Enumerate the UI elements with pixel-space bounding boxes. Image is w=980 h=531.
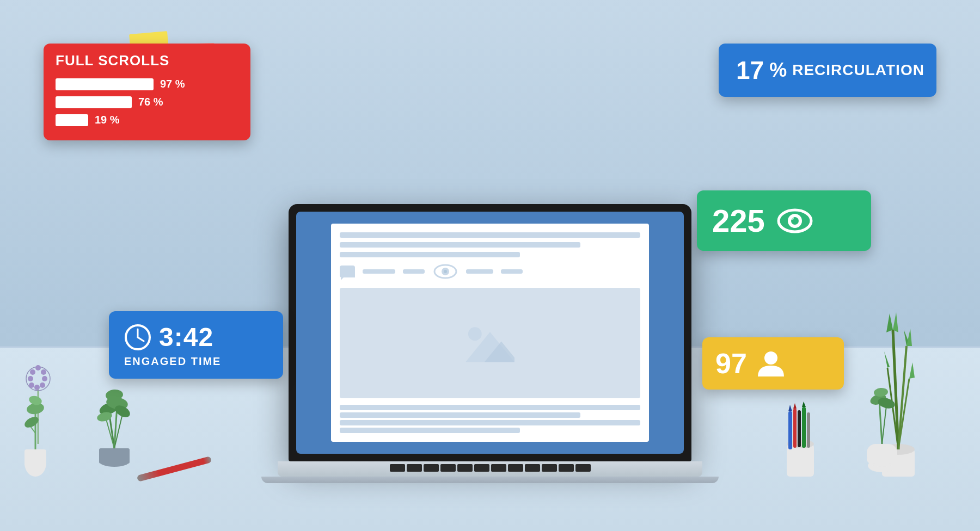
mockup-line-4 — [340, 405, 640, 410]
svg-rect-18 — [99, 448, 130, 464]
bar-label-1: 97 % — [160, 78, 185, 90]
svg-rect-52 — [807, 412, 810, 448]
engaged-time-card: 3:42 ENGAGED TIME — [109, 311, 283, 379]
svg-line-60 — [882, 406, 886, 444]
users-count: 97 — [715, 347, 747, 380]
scrolls-title: FULL SCROLLS — [56, 52, 238, 69]
svg-point-70 — [791, 217, 794, 220]
key — [525, 464, 540, 472]
svg-marker-55 — [802, 402, 806, 407]
svg-rect-58 — [867, 444, 897, 464]
key — [575, 464, 591, 472]
svg-rect-51 — [802, 407, 806, 448]
svg-marker-43 — [906, 329, 912, 346]
svg-rect-48 — [788, 411, 792, 449]
engaged-time-label: ENGAGED TIME — [124, 355, 268, 368]
laptop-display — [296, 212, 684, 454]
svg-marker-40 — [886, 313, 893, 332]
recirc-percent: 17 — [736, 55, 764, 85]
users-card: 97 — [702, 337, 844, 390]
key — [559, 464, 574, 472]
svg-marker-44 — [884, 351, 890, 368]
svg-marker-45 — [909, 362, 915, 379]
bar-label-3: 19 % — [95, 114, 120, 126]
svg-marker-41 — [893, 312, 898, 332]
mockup-line-7 — [340, 428, 520, 433]
eye-icon — [776, 208, 814, 234]
laptop-base — [278, 461, 702, 477]
svg-point-30 — [444, 270, 447, 273]
views-count: 225 — [712, 202, 765, 239]
views-card: 225 — [697, 190, 871, 251]
mockup-text-block — [340, 405, 640, 433]
recirc-label: RECIRCULATION — [792, 61, 924, 79]
svg-rect-11 — [24, 449, 46, 466]
bar-label-2: 76 % — [138, 96, 163, 108]
full-scrolls-card: FULL SCROLLS 97 % 76 % 19 % — [44, 44, 250, 140]
bar-track-3 — [56, 114, 88, 126]
mockup-eye — [432, 264, 458, 279]
key — [491, 464, 506, 472]
svg-rect-50 — [798, 410, 801, 447]
svg-point-71 — [764, 351, 777, 365]
key — [542, 464, 557, 472]
laptop-screen — [289, 204, 691, 461]
svg-point-3 — [35, 365, 41, 371]
key — [508, 464, 523, 472]
person-icon — [757, 349, 785, 378]
key — [474, 464, 489, 472]
bar-row-1: 97 % — [56, 78, 238, 90]
laptop — [267, 204, 713, 477]
svg-line-66 — [138, 337, 144, 341]
svg-line-59 — [879, 400, 882, 444]
svg-rect-49 — [793, 409, 797, 448]
bar-track-1 — [56, 78, 154, 90]
vase-right — [860, 379, 904, 477]
key — [407, 464, 422, 472]
bar-row-3: 19 % — [56, 114, 238, 126]
bar-track-2 — [56, 96, 132, 108]
plant-tin — [87, 368, 142, 477]
mockup-chat-icon — [340, 266, 355, 277]
mockup-line-2 — [340, 242, 580, 248]
key — [424, 464, 439, 472]
key — [457, 464, 473, 472]
mockup-line-5 — [340, 412, 580, 418]
keyboard-row-1 — [294, 464, 686, 472]
clock-icon — [124, 324, 151, 351]
recirculation-card: 17 % RECIRCULATION — [719, 44, 936, 97]
mockup-line-6 — [340, 420, 640, 425]
bar-row-2: 76 % — [56, 96, 238, 108]
key — [440, 464, 456, 472]
vase-plant-left — [16, 379, 54, 477]
mountain-svg — [465, 324, 514, 362]
engaged-time-main: 3:42 — [124, 322, 268, 352]
mockup-line-1 — [340, 232, 640, 238]
svg-point-31 — [468, 327, 482, 341]
svg-point-2 — [30, 369, 35, 375]
svg-marker-53 — [788, 405, 792, 411]
mockup-icons-row — [340, 264, 640, 279]
engaged-time-value: 3:42 — [159, 322, 213, 352]
svg-point-4 — [41, 369, 46, 375]
svg-marker-54 — [793, 403, 797, 409]
webpage-mockup — [331, 224, 649, 442]
recirc-percent-sign: % — [769, 59, 787, 82]
mockup-image-area — [340, 288, 640, 398]
mockup-line-3 — [340, 252, 520, 257]
key — [390, 464, 405, 472]
pens-cup — [779, 400, 822, 477]
